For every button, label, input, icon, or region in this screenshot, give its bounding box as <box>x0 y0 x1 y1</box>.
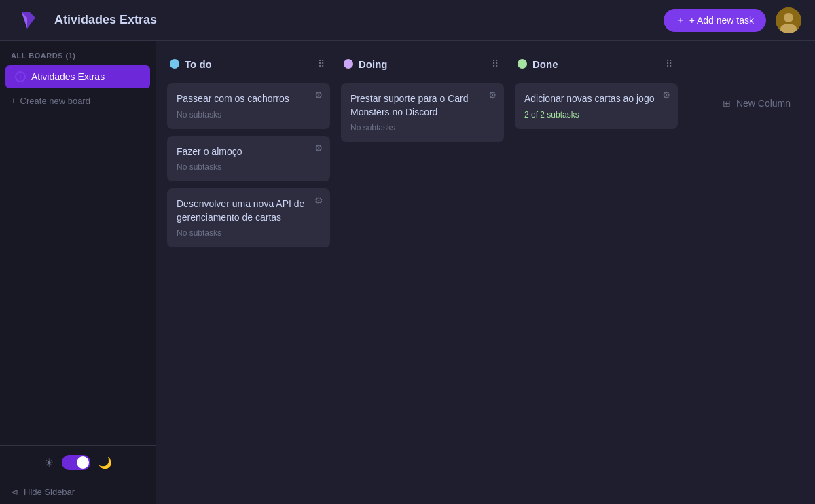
gear-icon[interactable]: ⚙ <box>662 90 671 101</box>
board-area: To do ⠿ Passear com os cachorros No subt… <box>156 41 815 504</box>
plus-icon: ＋ <box>676 14 685 26</box>
moon-icon: 🌙 <box>98 456 112 469</box>
theme-toggle-row: ☀ 🌙 <box>0 446 156 480</box>
column-todo: To do ⠿ Passear com os cachorros No subt… <box>167 52 330 247</box>
column-doing: Doing ⠿ Prestar suporte para o Card Mons… <box>341 52 504 142</box>
info-icon: i <box>15 71 26 82</box>
svg-point-1 <box>784 13 793 22</box>
add-task-button[interactable]: ＋ + Add new task <box>664 9 766 32</box>
drag-handle-todo[interactable]: ⠿ <box>315 57 327 71</box>
column-header-todo: To do ⠿ <box>167 52 330 76</box>
card-title: Adicionar novas cartas ao jogo <box>524 92 668 106</box>
new-column-area: ⊞ New Column <box>689 52 815 114</box>
card[interactable]: Fazer o almoço No subtasks ⚙ <box>167 136 330 182</box>
sidebar-item-atividades[interactable]: i Atividades Extras <box>5 65 150 88</box>
column-header-doing: Doing ⠿ <box>341 52 504 76</box>
card-subtasks: No subtasks <box>177 162 321 172</box>
gear-icon[interactable]: ⚙ <box>488 90 497 101</box>
gear-icon[interactable]: ⚙ <box>314 143 323 154</box>
hide-sidebar-icon: ⊲ <box>11 487 18 497</box>
gear-icon[interactable]: ⚙ <box>314 195 323 206</box>
hide-sidebar-button[interactable]: ⊲ Hide Sidebar <box>0 480 156 504</box>
card-title: Passear com os cachorros <box>177 92 321 106</box>
column-dot-todo <box>170 59 179 69</box>
sun-icon: ☀ <box>44 456 54 469</box>
card[interactable]: Adicionar novas cartas ao jogo 2 of 2 su… <box>515 83 678 129</box>
gear-icon[interactable]: ⚙ <box>314 90 323 101</box>
page-title: Atividades Extras <box>54 13 664 27</box>
column-header-done: Done ⠿ <box>515 52 678 76</box>
app-header: Atividades Extras ＋ + Add new task <box>0 0 815 41</box>
card-subtasks: No subtasks <box>350 123 494 132</box>
column-dot-doing <box>344 59 353 69</box>
sidebar-section-label: ALL BOARDS (1) <box>0 41 156 65</box>
theme-toggle[interactable] <box>62 455 90 470</box>
sidebar-board-name: Atividades Extras <box>31 71 105 82</box>
drag-handle-doing[interactable]: ⠿ <box>489 57 501 71</box>
sidebar-bottom: ☀ 🌙 ⊲ Hide Sidebar <box>0 445 156 504</box>
card[interactable]: Desenvolver uma nova API de gerenciament… <box>167 188 330 247</box>
column-title-todo: To do <box>185 58 310 70</box>
card-subtasks: No subtasks <box>177 228 321 238</box>
drag-handle-done[interactable]: ⠿ <box>663 57 675 71</box>
column-done: Done ⠿ Adicionar novas cartas ao jogo 2 … <box>515 52 678 129</box>
new-col-icon: ⊞ <box>723 98 731 109</box>
card-subtasks: 2 of 2 subtasks <box>524 110 668 120</box>
card-subtasks: No subtasks <box>177 110 321 120</box>
create-new-board-button[interactable]: + Create new board <box>0 90 156 112</box>
app-logo <box>14 7 41 34</box>
main-layout: ALL BOARDS (1) i Atividades Extras + Cre… <box>0 41 815 504</box>
card-title: Prestar suporte para o Card Monsters no … <box>350 92 494 119</box>
column-title-done: Done <box>532 58 657 70</box>
card[interactable]: Passear com os cachorros No subtasks ⚙ <box>167 83 330 129</box>
create-plus-icon: + <box>11 96 16 106</box>
card-title: Desenvolver uma nova API de gerenciament… <box>177 198 321 224</box>
avatar[interactable] <box>776 7 801 33</box>
card-title: Fazer o almoço <box>177 145 321 159</box>
column-title-doing: Doing <box>359 58 484 70</box>
card[interactable]: Prestar suporte para o Card Monsters no … <box>341 83 504 142</box>
toggle-thumb <box>77 456 89 469</box>
board-columns: To do ⠿ Passear com os cachorros No subt… <box>167 52 804 493</box>
column-dot-done <box>518 59 527 69</box>
sidebar: ALL BOARDS (1) i Atividades Extras + Cre… <box>0 41 156 504</box>
new-column-button[interactable]: ⊞ New Column <box>714 92 799 114</box>
